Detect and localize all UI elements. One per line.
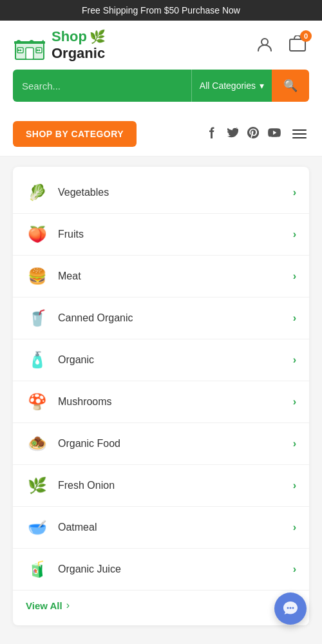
svg-point-13 xyxy=(290,607,292,609)
svg-point-8 xyxy=(37,50,39,52)
banner-text: Free Shipping From $50 Purchase Now xyxy=(82,5,240,15)
facebook-icon xyxy=(206,127,218,138)
category-label-fresh-onion: Fresh Onion xyxy=(58,480,293,491)
svg-point-12 xyxy=(287,607,289,609)
logo-text: Shop 🌿 Organic xyxy=(52,28,106,62)
category-chevron-mushrooms: › xyxy=(293,396,296,408)
svg-point-9 xyxy=(39,50,41,52)
category-item-oatmeal[interactable]: 🥣 Oatmeal › xyxy=(13,507,309,549)
category-label-organic-juice: Organic Juice xyxy=(58,564,293,575)
category-dropdown[interactable]: All Categories ▾ xyxy=(191,70,272,102)
chevron-down-icon: ▾ xyxy=(260,80,264,91)
chat-icon xyxy=(282,600,299,617)
user-icon xyxy=(256,36,273,53)
category-icon-organic-food: 🧆 xyxy=(26,432,49,455)
search-icon: 🔍 xyxy=(283,79,298,92)
category-label-organic-food: Organic Food xyxy=(58,438,293,450)
category-label-canned-organic: Canned Organic xyxy=(58,312,293,324)
category-item-mushrooms[interactable]: 🍄 Mushrooms › xyxy=(13,381,309,423)
category-icon-fresh-onion: 🌿 xyxy=(26,474,49,497)
category-label-vegetables: Vegetables xyxy=(58,187,293,198)
hamburger-button[interactable] xyxy=(290,127,309,141)
category-chevron-oatmeal: › xyxy=(293,522,296,533)
category-item-fresh-onion[interactable]: 🌿 Fresh Onion › xyxy=(13,465,309,507)
facebook-link[interactable] xyxy=(206,127,218,141)
search-input[interactable] xyxy=(22,80,182,91)
category-icon-fruits: 🍑 xyxy=(26,223,49,246)
hamburger-line xyxy=(292,137,307,138)
category-label-mushrooms: Mushrooms xyxy=(58,396,293,408)
header-icons: 0 xyxy=(254,33,309,58)
category-item-meat[interactable]: 🍔 Meat › xyxy=(13,256,309,298)
shop-by-category-button[interactable]: SHOP BY CATEGORY xyxy=(13,121,137,147)
category-chevron-fruits: › xyxy=(293,229,296,240)
svg-point-10 xyxy=(261,39,268,45)
category-label: All Categories xyxy=(200,80,256,91)
category-chevron-meat: › xyxy=(293,270,296,282)
category-chevron-organic: › xyxy=(293,354,296,366)
search-input-wrap xyxy=(13,70,191,102)
category-chevron-vegetables: › xyxy=(293,187,296,198)
chat-bubble-button[interactable] xyxy=(274,592,307,625)
logo-shop: Shop xyxy=(52,28,87,45)
hamburger-line xyxy=(292,129,307,131)
category-icon-oatmeal: 🥣 xyxy=(26,516,49,539)
category-icon-mushrooms: 🍄 xyxy=(26,390,49,413)
category-chevron-canned-organic: › xyxy=(293,312,296,324)
category-icon-vegetables: 🥬 xyxy=(26,181,49,204)
category-label-fruits: Fruits xyxy=(58,229,293,240)
shop-by-category-label: SHOP BY CATEGORY xyxy=(26,129,124,139)
search-bar: All Categories ▾ 🔍 xyxy=(0,70,322,112)
category-icon-organic: 🧴 xyxy=(26,348,49,372)
pinterest-icon xyxy=(247,127,259,138)
category-item-organic[interactable]: 🧴 Organic › xyxy=(13,339,309,381)
category-item-organic-food[interactable]: 🧆 Organic Food › xyxy=(13,423,309,465)
youtube-link[interactable] xyxy=(268,127,281,141)
category-chevron-organic-juice: › xyxy=(293,564,296,575)
category-item-vegetables[interactable]: 🥬 Vegetables › xyxy=(13,172,309,214)
store-icon xyxy=(13,28,46,62)
category-icon-meat: 🍔 xyxy=(26,265,49,288)
twitter-icon xyxy=(227,127,238,138)
svg-point-6 xyxy=(18,50,20,52)
header: Shop 🌿 Organic 0 xyxy=(0,21,322,70)
view-all-row[interactable]: View All › xyxy=(13,591,309,620)
category-icon-canned-organic: 🥤 xyxy=(26,307,49,330)
svg-rect-3 xyxy=(26,48,33,59)
hamburger-line xyxy=(292,133,307,135)
logo-organic: Organic xyxy=(52,45,105,61)
pinterest-link[interactable] xyxy=(247,127,259,141)
category-list: 🥬 Vegetables › 🍑 Fruits › 🍔 Meat › 🥤 Can… xyxy=(13,167,309,625)
logo-leaf-icon: 🌿 xyxy=(90,29,106,44)
category-item-organic-juice[interactable]: 🧃 Organic Juice › xyxy=(13,549,309,591)
social-icons xyxy=(206,127,309,141)
svg-point-14 xyxy=(292,607,294,609)
svg-rect-2 xyxy=(14,41,45,44)
category-icon-organic-juice: 🧃 xyxy=(26,558,49,581)
category-chevron-organic-food: › xyxy=(293,438,296,450)
category-item-fruits[interactable]: 🍑 Fruits › xyxy=(13,214,309,256)
view-all-chevron: › xyxy=(66,600,70,611)
cart-badge: 0 xyxy=(300,30,312,42)
category-label-oatmeal: Oatmeal xyxy=(58,522,293,533)
search-button[interactable]: 🔍 xyxy=(272,70,309,102)
youtube-icon xyxy=(268,127,281,138)
logo: Shop 🌿 Organic xyxy=(13,28,106,62)
category-chevron-fresh-onion: › xyxy=(293,480,296,491)
twitter-link[interactable] xyxy=(227,127,238,141)
cart-button[interactable]: 0 xyxy=(286,33,309,58)
nav-bar: SHOP BY CATEGORY xyxy=(0,112,322,156)
svg-point-7 xyxy=(20,50,22,52)
top-banner: Free Shipping From $50 Purchase Now xyxy=(0,0,322,21)
category-label-organic: Organic xyxy=(58,354,293,366)
category-item-canned-organic[interactable]: 🥤 Canned Organic › xyxy=(13,298,309,339)
category-label-meat: Meat xyxy=(58,270,293,282)
user-button[interactable] xyxy=(254,33,276,57)
view-all-text: View All xyxy=(26,600,62,611)
